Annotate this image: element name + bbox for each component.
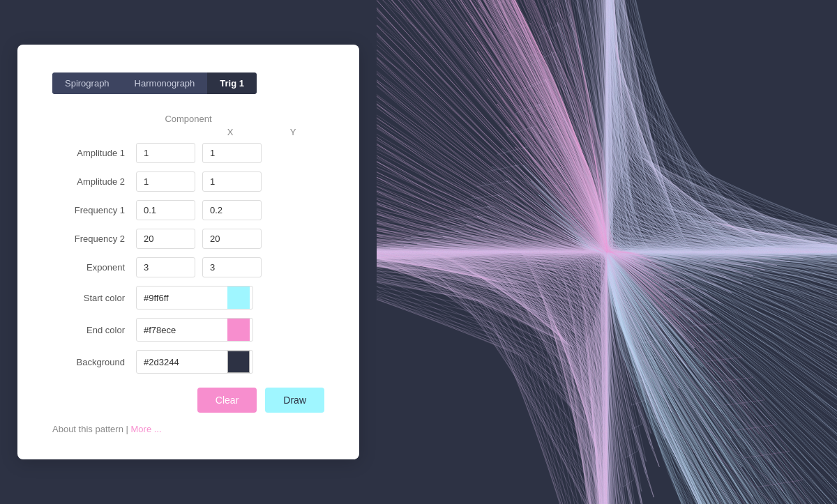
start-color-text-input[interactable] xyxy=(137,289,227,307)
field-row-amplitude2: Amplitude 2 xyxy=(52,171,324,192)
col-y-header: Y xyxy=(262,127,324,137)
frequency2-y-input[interactable] xyxy=(202,229,262,249)
frequency2-inputs xyxy=(136,229,262,249)
field-row-exponent: Exponent xyxy=(52,257,324,277)
amplitude1-y-input[interactable] xyxy=(202,143,262,163)
clear-button[interactable]: Clear xyxy=(197,388,257,413)
amplitude2-y-input[interactable] xyxy=(202,171,262,192)
tab-bar: Spirograph Harmonograph Trig 1 xyxy=(52,72,257,94)
amplitude1-label: Amplitude 1 xyxy=(52,148,136,158)
end-color-text-input[interactable] xyxy=(137,321,227,339)
exponent-inputs xyxy=(136,257,262,277)
frequency2-x-input[interactable] xyxy=(136,229,195,249)
amplitude1-x-input[interactable] xyxy=(136,143,195,163)
tab-spirograph[interactable]: Spirograph xyxy=(52,72,122,94)
about-text: About this pattern | xyxy=(52,424,131,434)
tab-trig1[interactable]: Trig 1 xyxy=(207,72,257,94)
exponent-y-input[interactable] xyxy=(202,257,262,277)
frequency1-y-input[interactable] xyxy=(202,200,262,220)
more-link[interactable]: More ... xyxy=(131,424,162,434)
about-row: About this pattern | More ... xyxy=(52,424,324,434)
draw-button[interactable]: Draw xyxy=(265,388,324,413)
field-row-frequency1: Frequency 1 xyxy=(52,200,324,220)
field-row-frequency2: Frequency 2 xyxy=(52,229,324,249)
frequency1-inputs xyxy=(136,200,262,220)
amplitude1-inputs xyxy=(136,143,262,163)
background-color-input-wrap xyxy=(136,350,253,374)
amplitude2-x-input[interactable] xyxy=(136,171,195,192)
end-color-swatch[interactable] xyxy=(227,319,250,341)
start-color-swatch[interactable] xyxy=(227,287,250,309)
start-color-row: Start color xyxy=(52,286,324,310)
amplitude2-inputs xyxy=(136,171,262,192)
tab-harmonograph[interactable]: Harmonograph xyxy=(122,72,208,94)
start-color-label: Start color xyxy=(52,293,136,303)
buttons-row: Clear Draw xyxy=(52,388,324,413)
component-headers: X Y xyxy=(52,127,324,137)
component-label: Component xyxy=(52,114,324,124)
start-color-input-wrap xyxy=(136,286,253,310)
right-panel xyxy=(377,0,837,504)
canvas-area xyxy=(377,0,837,504)
left-panel: Spirograph Harmonograph Trig 1 Component… xyxy=(0,0,377,504)
col-x-header: X xyxy=(199,127,262,137)
end-color-label: End color xyxy=(52,325,136,335)
control-card: Spirograph Harmonograph Trig 1 Component… xyxy=(17,45,359,459)
background-color-swatch[interactable] xyxy=(227,351,250,373)
component-section: Component X Y xyxy=(52,114,324,137)
background-color-label: Background xyxy=(52,357,136,367)
background-color-text-input[interactable] xyxy=(137,353,227,372)
amplitude2-label: Amplitude 2 xyxy=(52,176,136,187)
background-color-row: Background xyxy=(52,350,324,374)
end-color-row: End color xyxy=(52,318,324,342)
field-row-amplitude1: Amplitude 1 xyxy=(52,143,324,163)
end-color-input-wrap xyxy=(136,318,253,342)
frequency2-label: Frequency 2 xyxy=(52,234,136,244)
exponent-x-input[interactable] xyxy=(136,257,195,277)
exponent-label: Exponent xyxy=(52,262,136,273)
frequency1-x-input[interactable] xyxy=(136,200,195,220)
frequency1-label: Frequency 1 xyxy=(52,205,136,215)
